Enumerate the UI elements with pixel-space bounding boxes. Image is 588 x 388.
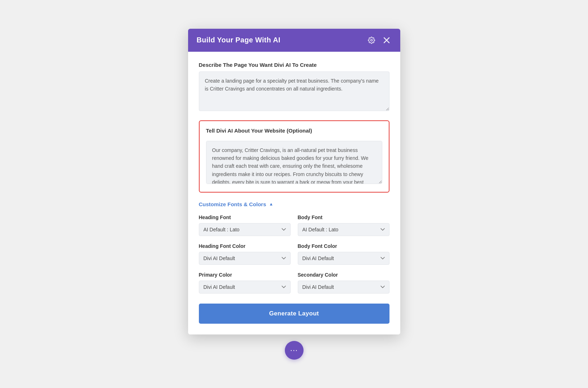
website-info-section: Tell Divi AI About Your Website (Optiona…: [199, 120, 389, 193]
settings-button[interactable]: [366, 35, 377, 45]
gear-icon: [368, 37, 375, 44]
page-description-section: Describe The Page You Want Divi AI To Cr…: [199, 62, 389, 112]
fab-button[interactable]: ···: [285, 341, 304, 360]
font-row-3: Primary Color Divi AI Default Secondary …: [199, 272, 389, 294]
modal-title: Build Your Page With AI: [197, 36, 281, 44]
heading-font-label: Heading Font: [199, 214, 291, 220]
body-font-select[interactable]: AI Default : Lato: [298, 223, 389, 236]
heading-font-color-select[interactable]: Divi AI Default: [199, 252, 291, 265]
heading-font-select[interactable]: AI Default : Lato: [199, 223, 291, 236]
primary-color-label: Primary Color: [199, 272, 291, 278]
close-icon: [383, 37, 390, 43]
customize-toggle-button[interactable]: Customize Fonts & Colors ▲: [199, 201, 273, 207]
header-icons: [366, 35, 392, 45]
page-description-input[interactable]: [199, 71, 389, 111]
primary-color-select[interactable]: Divi AI Default: [199, 281, 291, 294]
page-description-label: Describe The Page You Want Divi AI To Cr…: [199, 62, 389, 68]
font-row-1: Heading Font AI Default : Lato Body Font…: [199, 214, 389, 236]
body-font-group: Body Font AI Default : Lato: [298, 214, 389, 236]
generate-layout-button[interactable]: Generate Layout: [199, 304, 389, 324]
customize-toggle-label: Customize Fonts & Colors: [199, 201, 266, 207]
close-button[interactable]: [382, 35, 392, 45]
build-page-modal: Build Your Page With AI: [188, 29, 400, 334]
customize-arrow-icon: ▲: [269, 202, 273, 207]
website-info-label: Tell Divi AI About Your Website (Optiona…: [206, 128, 382, 134]
modal-header: Build Your Page With AI: [188, 29, 400, 52]
body-font-label: Body Font: [298, 214, 389, 220]
font-row-2: Heading Font Color Divi AI Default Body …: [199, 243, 389, 265]
secondary-color-label: Secondary Color: [298, 272, 389, 278]
heading-font-color-label: Heading Font Color: [199, 243, 291, 249]
customize-section: Customize Fonts & Colors ▲ Heading Font …: [199, 201, 389, 294]
website-info-input[interactable]: [206, 141, 382, 184]
svg-point-0: [370, 39, 372, 41]
secondary-color-group: Secondary Color Divi AI Default: [298, 272, 389, 294]
customize-fields: Heading Font AI Default : Lato Body Font…: [199, 214, 389, 294]
body-font-color-select[interactable]: Divi AI Default: [298, 252, 389, 265]
body-font-color-label: Body Font Color: [298, 243, 389, 249]
primary-color-group: Primary Color Divi AI Default: [199, 272, 291, 294]
heading-font-color-group: Heading Font Color Divi AI Default: [199, 243, 291, 265]
modal-body: Describe The Page You Want Divi AI To Cr…: [188, 52, 400, 334]
heading-font-group: Heading Font AI Default : Lato: [199, 214, 291, 236]
body-font-color-group: Body Font Color Divi AI Default: [298, 243, 389, 265]
secondary-color-select[interactable]: Divi AI Default: [298, 281, 389, 294]
